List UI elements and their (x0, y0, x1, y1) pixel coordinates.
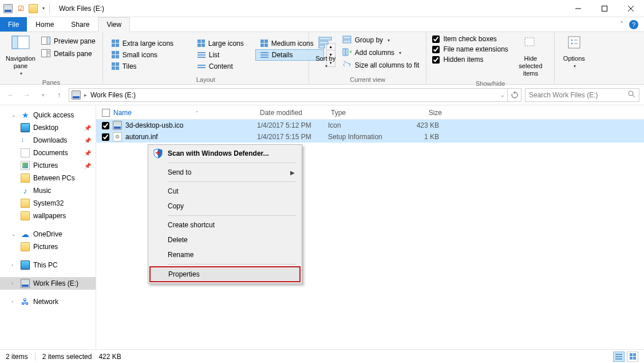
checkbox[interactable] (432, 35, 440, 43)
nav-work-files-drive[interactable]: ›Work Files (E:) (0, 277, 96, 290)
preview-pane-button[interactable]: Preview pane (38, 35, 99, 47)
ribbon-group-show-hide: Item check boxes File name extensions Hi… (426, 32, 554, 84)
tab-view[interactable]: View (98, 17, 130, 32)
details-icon (260, 52, 268, 58)
recent-locations-button[interactable]: ▾ (37, 89, 49, 101)
svg-point-24 (571, 43, 572, 45)
nav-wallpapers[interactable]: wallpapers (0, 210, 96, 222)
address-breadcrumb[interactable]: ▸ Work Files (E:) ⌄ (69, 88, 508, 102)
layout-small[interactable]: Small icons (106, 49, 192, 61)
expand-icon[interactable]: › (11, 281, 17, 286)
tab-home[interactable]: Home (27, 17, 62, 31)
nav-system32[interactable]: System32 (0, 197, 96, 210)
hidden-items-toggle[interactable]: Hidden items (430, 55, 510, 64)
details-pane-icon (41, 49, 50, 58)
label: Item check boxes (443, 35, 496, 43)
ctx-create-shortcut[interactable]: Create shortcut (149, 218, 301, 232)
file-type: Icon (328, 121, 399, 129)
address-dropdown-icon[interactable]: ⌄ (500, 92, 505, 98)
qat-customize-icon[interactable]: ▾ (42, 6, 45, 11)
file-extensions-toggle[interactable]: File name extensions (430, 45, 510, 54)
layout-content[interactable]: Content (192, 61, 255, 72)
select-all-checkbox[interactable] (102, 109, 110, 117)
chevron-right-icon[interactable]: ▸ (84, 92, 87, 98)
label: List (209, 51, 220, 59)
label: Tiles (123, 62, 137, 70)
checkbox[interactable] (432, 56, 440, 64)
row-checkbox[interactable] (102, 122, 109, 129)
expand-icon[interactable]: › (11, 299, 17, 305)
nav-desktop[interactable]: Desktop📌 (0, 121, 96, 134)
minimize-button[interactable] (565, 0, 591, 17)
ctx-cut[interactable]: Cut (149, 184, 301, 199)
file-row[interactable]: autorun.inf 1/4/2017 5:15 PM Setup Infor… (96, 131, 644, 143)
nav-this-pc[interactable]: ›This PC (0, 259, 96, 271)
qat-newfolder-icon[interactable] (29, 4, 38, 13)
col-name[interactable]: Name˄ (113, 109, 260, 117)
col-size[interactable]: Size (402, 109, 442, 117)
label: Scan with Windows Defender... (168, 149, 269, 157)
qat-properties-icon[interactable]: ☑ (16, 4, 25, 13)
navigation-pane[interactable]: ⌄★Quick access Desktop📌 Downloads📌 Docum… (0, 105, 96, 349)
ctx-rename[interactable]: Rename (149, 247, 301, 262)
forward-button[interactable]: → (21, 89, 33, 101)
view-thumbnails-toggle[interactable] (627, 352, 638, 362)
svg-rect-30 (157, 151, 159, 155)
ctx-send-to[interactable]: Send to▶ (149, 165, 301, 180)
nav-network[interactable]: ›🖧Network (0, 295, 96, 308)
nav-quick-access[interactable]: ⌄★Quick access (0, 109, 96, 121)
layout-extra-large[interactable]: Extra large icons (106, 38, 192, 49)
sort-asc-icon: ˄ (134, 111, 260, 116)
view-details-toggle[interactable] (613, 352, 625, 362)
size-columns-button[interactable]: Size all columns to fit (339, 60, 423, 71)
breadcrumb-segment[interactable]: Work Files (E:) (90, 91, 136, 99)
file-row[interactable]: 3d-desktop-usb.ico 1/4/2017 5:12 PM Icon… (96, 120, 644, 131)
groupby-icon (342, 35, 351, 45)
col-date[interactable]: Date modified (260, 109, 331, 117)
tab-file[interactable]: File (0, 17, 27, 31)
up-button[interactable]: ↑ (53, 89, 65, 101)
checkbox[interactable] (432, 46, 440, 53)
nav-downloads[interactable]: Downloads📌 (0, 134, 96, 147)
help-icon[interactable]: ? (629, 20, 638, 29)
status-bar: 2 items 2 items selected 422 KB (0, 349, 644, 363)
row-checkbox[interactable] (102, 133, 109, 141)
options-button[interactable]: Options ▾ (558, 33, 590, 72)
layout-tiles[interactable]: Tiles (106, 61, 192, 72)
navigation-pane-button[interactable]: Navigation pane ▾ (3, 33, 38, 79)
details-pane-button[interactable]: Details pane (38, 48, 99, 60)
item-checkboxes-toggle[interactable]: Item check boxes (430, 34, 510, 44)
ctx-delete[interactable]: Delete (149, 232, 301, 247)
nav-music[interactable]: ♪Music (0, 184, 96, 197)
svg-text:+: + (349, 49, 351, 55)
col-type[interactable]: Type (331, 109, 402, 117)
close-button[interactable] (618, 0, 644, 17)
sort-by-button[interactable]: Sort by ▾ (313, 33, 339, 72)
nav-documents[interactable]: Documents📌 (0, 147, 96, 159)
search-box[interactable]: Search Work Files (E:) (525, 88, 639, 102)
ctx-scan-defender[interactable]: Scan with Windows Defender... (149, 146, 301, 161)
add-columns-button[interactable]: +Add columns▾ (339, 47, 423, 58)
layout-list[interactable]: List (192, 49, 255, 61)
nav-between-pcs[interactable]: Between PCs (0, 172, 96, 184)
tab-share[interactable]: Share (62, 17, 98, 31)
pin-icon: 📌 (84, 137, 91, 144)
group-by-button[interactable]: Group by▾ (339, 34, 423, 46)
ribbon-collapse-icon[interactable]: ˄ (620, 21, 623, 29)
nav-onedrive[interactable]: ⌄☁OneDrive (0, 228, 96, 240)
ctx-properties[interactable]: Properties (149, 266, 301, 282)
ctx-copy[interactable]: Copy (149, 199, 301, 214)
nav-onedrive-pictures[interactable]: Pictures (0, 240, 96, 253)
refresh-button[interactable] (508, 88, 521, 102)
label: Name (113, 109, 132, 117)
expand-icon[interactable]: ⌄ (11, 231, 17, 237)
back-button[interactable]: ← (5, 89, 17, 101)
expand-icon[interactable]: ⌄ (11, 112, 17, 118)
layout-large[interactable]: Large icons (192, 38, 255, 49)
star-icon: ★ (21, 111, 30, 120)
hide-selected-button[interactable]: Hide selected items (511, 33, 551, 80)
ribbon-view: Navigation pane ▾ Preview pane Details p… (0, 32, 644, 85)
maximize-button[interactable] (591, 0, 618, 17)
expand-icon[interactable]: › (11, 262, 17, 268)
nav-pictures[interactable]: Pictures📌 (0, 159, 96, 172)
